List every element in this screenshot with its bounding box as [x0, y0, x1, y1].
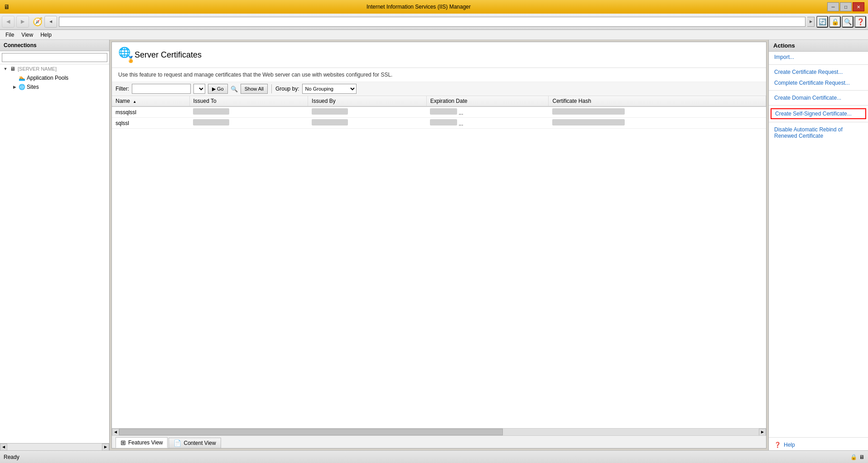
action-separator-2: [769, 90, 868, 91]
help-link[interactable]: ❓ Help: [769, 439, 868, 450]
status-icon-1: 🔒: [850, 454, 857, 460]
app-pools-icon: 🏊: [18, 74, 25, 82]
filter-separator: [271, 84, 272, 93]
status-bar: Ready 🔒 🖥: [0, 450, 868, 463]
menu-file[interactable]: File: [2, 31, 18, 39]
create-domain-cert-link[interactable]: Create Domain Certificate...: [769, 92, 868, 103]
cert-name-sqlssl: sqlssl: [112, 118, 189, 129]
tab-content-view[interactable]: 📄 Content View: [169, 438, 221, 448]
server-icon: 🖥: [9, 65, 16, 72]
groupby-label: Group by:: [275, 86, 299, 92]
col-header-issued-to[interactable]: Issued To: [189, 96, 308, 106]
app-icon: 🖥: [4, 3, 10, 10]
back-button[interactable]: ◀: [2, 16, 14, 28]
content-description: Use this feature to request and manage c…: [112, 68, 766, 82]
go-arrow-icon: ▶: [212, 86, 216, 92]
filter-label: Filter:: [116, 86, 129, 92]
groupby-select[interactable]: No Grouping Issued To Issued By Expirati…: [302, 84, 357, 94]
col-header-name[interactable]: Name ▲: [112, 96, 189, 106]
server-certificates-icon: 🌐 🏅: [118, 47, 135, 63]
tab-features-view[interactable]: ⊞ Features View: [116, 437, 168, 448]
tree-label-app-pools: Application Pools: [27, 75, 68, 81]
complete-cert-request-link[interactable]: Complete Certificate Request...: [769, 77, 868, 88]
address-dropdown-button[interactable]: ▶: [807, 17, 815, 27]
address-bar: [59, 17, 805, 27]
disable-auto-rebind-link[interactable]: Disable Automatic Rebind of Renewed Cert…: [769, 124, 868, 141]
filter-input[interactable]: [132, 84, 191, 94]
forward-button[interactable]: ▶: [16, 16, 29, 28]
sort-arrow-name: ▲: [133, 100, 136, 104]
cert-expdate-mssqlssl: ...: [426, 106, 549, 118]
create-self-signed-link[interactable]: Create Self-Signed Certificate...: [771, 108, 866, 119]
table-scroll-thumb: [119, 429, 503, 435]
cert-table: Name ▲ Issued To Issued By Expiration Da…: [112, 96, 766, 129]
show-all-button[interactable]: Show All: [241, 84, 268, 94]
cert-issued-to-mssqlssl: [189, 106, 308, 118]
stop-button[interactable]: 🔒: [829, 16, 841, 28]
content-area: 🌐 🏅 Server Certificates Use this feature…: [111, 42, 767, 449]
content-view-icon: 📄: [174, 439, 181, 447]
close-button[interactable]: ✕: [853, 2, 864, 11]
menu-bar: File View Help: [0, 30, 868, 40]
help-label: Help: [784, 442, 795, 448]
cert-issued-to-sqlssl: [189, 118, 308, 129]
maximize-button[interactable]: □: [840, 2, 852, 11]
action-separator-3: [769, 105, 868, 106]
cert-name-mssqlssl: mssqlssl: [112, 106, 189, 118]
filter-toolbar: Filter: ▶ Go 🔍 Show All Group by: No Gro…: [112, 82, 766, 96]
table-row[interactable]: sqlssl ...: [112, 118, 766, 129]
main-container: Connections ▼ 🖥 [SERVER NAME] 🏊 Applicat…: [0, 40, 868, 450]
actions-header: Actions: [769, 40, 868, 52]
import-link[interactable]: Import...: [769, 52, 868, 63]
sidebar-scroll-left[interactable]: ◀: [0, 444, 7, 451]
sidebar-hscroll: ◀ ▶: [0, 443, 109, 450]
table-hscroll: ◀ ▶: [112, 428, 766, 435]
table-scroll-left[interactable]: ◀: [112, 429, 119, 436]
table-scroll-right[interactable]: ▶: [759, 429, 766, 436]
toolbar: ◀ ▶ 🧭 ◀ ▶ 🔄 🔒 🔍 ❓: [0, 14, 868, 30]
actions-panel: Actions Import... Create Certificate Req…: [768, 40, 868, 450]
tree-label-server: [SERVER NAME]: [18, 66, 57, 72]
search-button[interactable]: 🔍: [842, 16, 854, 28]
content-header: 🌐 🏅 Server Certificates: [112, 42, 766, 68]
prev-location-button[interactable]: ◀: [44, 16, 57, 28]
cert-icon: 🏅: [127, 56, 135, 63]
action-separator-1: [769, 64, 868, 65]
page-title: Server Certificates: [135, 50, 202, 60]
content-view-label: Content View: [183, 440, 216, 446]
table-scroll-track[interactable]: [119, 429, 759, 435]
table-row[interactable]: mssqlssl ...: [112, 106, 766, 118]
help-icon: ❓: [774, 442, 781, 448]
refresh-button[interactable]: 🔄: [816, 16, 828, 28]
sidebar-scroll-track[interactable]: [7, 444, 102, 450]
cert-hash-mssqlssl: [549, 106, 766, 118]
col-header-expiration[interactable]: Expiration Date: [426, 96, 549, 106]
cert-hash-sqlssl: [549, 118, 766, 129]
sites-icon: 🌐: [18, 83, 25, 91]
tree-item-app-pools[interactable]: 🏊 Application Pools: [0, 73, 109, 82]
sidebar: Connections ▼ 🖥 [SERVER NAME] 🏊 Applicat…: [0, 40, 110, 450]
sidebar-scroll-right[interactable]: ▶: [102, 444, 109, 451]
tree-expander-server: ▼: [2, 65, 9, 72]
title-bar: 🖥 Internet Information Services (IIS) Ma…: [0, 0, 868, 14]
features-view-icon: ⊞: [121, 439, 126, 446]
go-button[interactable]: ▶ Go: [208, 84, 228, 94]
tree-item-server[interactable]: ▼ 🖥 [SERVER NAME]: [0, 64, 109, 73]
help-toolbar-button[interactable]: ❓: [854, 16, 866, 28]
tree-expander-app-pools: [11, 74, 18, 82]
col-header-hash[interactable]: Certificate Hash: [549, 96, 766, 106]
nav-icon: 🧭: [33, 17, 43, 27]
menu-help[interactable]: Help: [37, 31, 55, 39]
window-title: Internet Information Services (IIS) Mana…: [10, 4, 827, 10]
table-header-row: Name ▲ Issued To Issued By Expiration Da…: [112, 96, 766, 106]
sidebar-search-input[interactable]: [2, 53, 107, 62]
tree-item-sites[interactable]: ▶ 🌐 Sites: [0, 82, 109, 92]
window-controls: ─ □ ✕: [827, 2, 864, 11]
minimize-button[interactable]: ─: [827, 2, 839, 11]
col-header-issued-by[interactable]: Issued By: [308, 96, 427, 106]
filter-type-select[interactable]: [193, 84, 205, 94]
menu-view[interactable]: View: [18, 31, 37, 39]
cert-table-container: Name ▲ Issued To Issued By Expiration Da…: [112, 96, 766, 428]
sidebar-tree: ▼ 🖥 [SERVER NAME] 🏊 Application Pools ▶ …: [0, 64, 109, 443]
create-cert-request-link[interactable]: Create Certificate Request...: [769, 67, 868, 77]
